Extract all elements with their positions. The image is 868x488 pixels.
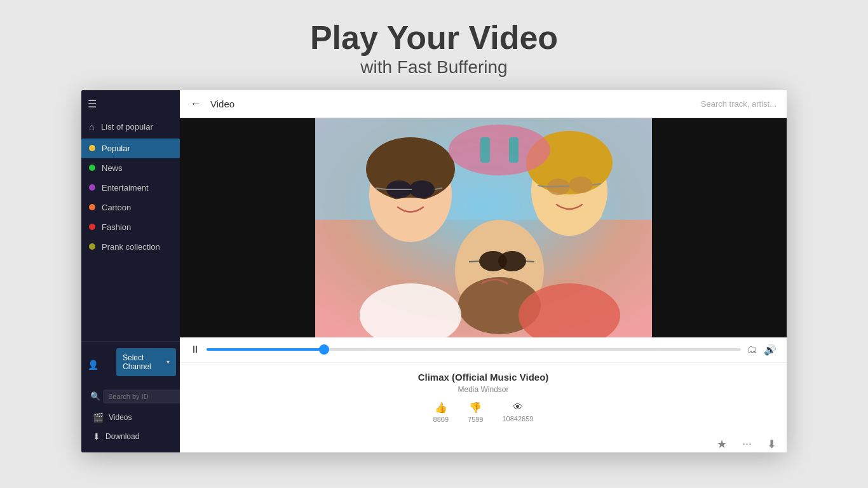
sidebar-label-fashion: Fashion [102, 222, 131, 232]
chevron-down-icon: ▾ [166, 358, 170, 365]
svg-line-15 [526, 261, 534, 262]
more-button[interactable]: ··· [742, 437, 752, 451]
sidebar-item-prank[interactable]: Prank collection [81, 237, 180, 257]
download-icon: ⬇ [93, 431, 100, 442]
sidebar-label-cartoon: Cartoon [102, 203, 131, 212]
views-count: 10842659 [503, 415, 534, 423]
stats-row: 👍 8809 👎 7599 👁 10842659 [190, 402, 776, 423]
page-header: Play Your Video with Fast Buffering [0, 0, 868, 90]
sidebar-item-cartoon[interactable]: Cartoon [81, 198, 180, 217]
topbar-title: Video [210, 98, 701, 109]
like-icon[interactable]: 👍 [435, 402, 447, 414]
pause-button[interactable]: ⏸ [190, 344, 200, 355]
sidebar-bottom: 👤 Select Channel ▾ 🔍 🔍 🎬 Videos ⬇ D [81, 341, 180, 452]
video-thumbnail [315, 118, 652, 337]
download-button[interactable]: ⬇ [767, 437, 776, 451]
progress-fill [207, 348, 324, 351]
svg-line-14 [469, 261, 479, 262]
dot-entertainment [89, 184, 95, 191]
search-row: 🔍 🔍 [85, 385, 176, 408]
dislikes-count: 7599 [468, 416, 483, 423]
header-line1: Play Your Video [0, 19, 868, 57]
svg-point-25 [449, 125, 550, 175]
sidebar-section-label: List of popular [101, 122, 153, 132]
info-area: Climax (Official Music Video) Media Wind… [180, 363, 787, 437]
svg-point-6 [409, 180, 435, 198]
topbar: ← Video Search track, artist... [180, 90, 787, 118]
dot-prank [89, 243, 95, 250]
select-channel-row: 👤 Select Channel ▾ [85, 348, 176, 381]
folder-icon[interactable]: 🗂 [747, 344, 757, 355]
search-sidebar-icon: 🔍 [90, 391, 100, 401]
video-icon: 🎬 [93, 412, 104, 423]
home-icon: ⌂ [89, 121, 95, 132]
star-button[interactable]: ★ [717, 437, 727, 451]
svg-line-23 [547, 186, 569, 187]
search-hint: Search track, artist... [701, 99, 776, 109]
bottom-actions: ★ ··· ⬇ [180, 437, 787, 452]
sidebar-item-videos[interactable]: 🎬 Videos [85, 408, 176, 427]
sidebar-nav: Popular News Entertaiment Cartoon Fashio… [81, 139, 180, 341]
app-window: ☰ ⌂ List of popular Popular News Enterta… [81, 90, 787, 452]
dislikes-stat: 👎 7599 [468, 402, 483, 423]
sidebar-item-news[interactable]: News [81, 158, 180, 178]
svg-point-4 [376, 198, 445, 236]
views-stat: 👁 10842659 [503, 402, 534, 423]
sidebar-item-download[interactable]: ⬇ Download [85, 427, 176, 446]
sidebar-label-entertainment: Entertaiment [102, 183, 149, 193]
main-area: ← Video Search track, artist... [180, 90, 787, 452]
svg-rect-28 [509, 137, 519, 163]
person-icon: 👤 [88, 360, 98, 370]
volume-icon[interactable]: 🔊 [764, 344, 776, 356]
progress-bar[interactable] [207, 348, 741, 351]
sidebar-label-news: News [102, 163, 123, 173]
dot-fashion [89, 224, 95, 230]
likes-stat: 👍 8809 [433, 402, 449, 423]
controls-bar: ⏸ 🗂 🔊 [180, 337, 787, 363]
sidebar-download-label: Download [105, 432, 139, 441]
header-line2: with Fast Buffering [0, 57, 868, 78]
progress-thumb[interactable] [319, 344, 329, 355]
dislike-icon[interactable]: 👎 [469, 402, 482, 414]
dot-news [89, 165, 95, 171]
likes-count: 8809 [433, 416, 449, 423]
video-title: Climax (Official Music Video) [190, 372, 776, 383]
sidebar-videos-label: Videos [109, 413, 132, 422]
sidebar-item-entertainment[interactable]: Entertaiment [81, 178, 180, 198]
svg-point-18 [536, 194, 602, 230]
sidebar-label-prank: Prank collection [102, 242, 160, 252]
views-icon: 👁 [513, 402, 523, 413]
video-channel: Media Windsor [190, 385, 776, 394]
back-button[interactable]: ← [190, 97, 201, 111]
dot-cartoon [89, 204, 95, 210]
dot-popular [89, 145, 95, 151]
sidebar-item-popular[interactable]: Popular [81, 139, 180, 158]
svg-rect-27 [480, 137, 490, 163]
svg-point-13 [498, 251, 526, 271]
hamburger-icon[interactable]: ☰ [88, 98, 97, 110]
select-channel-label: Select Channel [123, 353, 166, 371]
sidebar-top: ☰ [81, 90, 180, 115]
sidebar: ☰ ⌂ List of popular Popular News Enterta… [81, 90, 180, 452]
sidebar-label-popular: Popular [102, 144, 130, 153]
select-channel-button[interactable]: Select Channel ▾ [116, 348, 176, 376]
svg-point-20 [569, 177, 592, 193]
sidebar-home-item[interactable]: ⌂ List of popular [81, 115, 180, 139]
video-player[interactable] [180, 118, 787, 337]
sidebar-item-fashion[interactable]: Fashion [81, 217, 180, 237]
